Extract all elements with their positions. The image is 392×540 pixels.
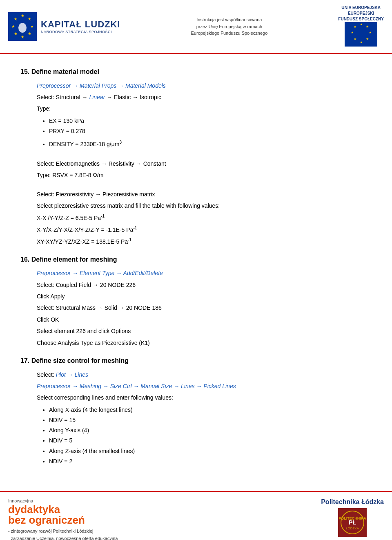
section-16-line6: Choose Analysis Type as Piezoresistive (… (37, 338, 372, 347)
section-15-line3: Select: Electromagnetics → Resistivity →… (37, 159, 372, 168)
header-center-line1: Instrukcja jest współfinansowana (196, 17, 262, 22)
logo-sub-text: NARODOWA STRATEGIA SPÓJNOŚCI (41, 30, 120, 34)
svg-text:★: ★ (21, 13, 24, 18)
section-17-line1: Select corresponding lines and enter fol… (37, 393, 372, 402)
footer-left: Innowacyjna dydaktyka bez ograniczeń - z… (8, 498, 118, 540)
header-center-line3: Europejskiego Funduszu Społecznego (191, 31, 268, 36)
section-15-line7: X-X /Y-Y/Z-Z = 6.5E-5 Pa-1 (37, 213, 372, 222)
footer-band: Innowacyjna dydaktyka bez ograniczeń - z… (0, 491, 392, 540)
list-item: PRXY = 0.278 (49, 126, 372, 136)
section-15-line8: X-Y/X-Z/Y-X/Z-X/Y-Z/Z-Y = -1.1E-5 Pa-1 (37, 225, 372, 234)
svg-point-9 (18, 23, 27, 33)
section-15-bullets2: DENSITY = 2330E-18 g/μm3 (49, 139, 372, 149)
svg-text:★: ★ (369, 31, 372, 34)
section-15-line6: Select piezoresistive stress matrix and … (37, 201, 372, 210)
svg-text:★: ★ (30, 24, 34, 29)
list-item: EX = 130 kPa (49, 116, 372, 126)
section-15-title: 15. Define material model (20, 67, 372, 77)
section-15-line4: Type: RSVX = 7.8E-8 Ω/m (37, 171, 372, 180)
section-15-line1: Select: Structural → Linear → Elastic → … (37, 93, 372, 102)
footer-bullet2: - zarządzanie Uczelnią, nowoczesna ofert… (8, 535, 118, 540)
footer-bullet1: - zintegrowany rozwój Politechniki Łódzk… (8, 528, 118, 535)
header-center: Instrukcja jest współfinansowana przez U… (191, 16, 268, 37)
list-item: Along Y-axis (4) (49, 425, 372, 436)
section-17-body: Select: Plot → Lines Preprocessor → Mesh… (37, 370, 372, 467)
list-item: NDIV = 2 (49, 456, 372, 467)
section-17-nav-link: Preprocessor → Meshing → Size Ctrl → Man… (37, 382, 372, 391)
politechnika-emblem-icon: POLITECHNIKA PŁ ŁÓDZKA (338, 508, 367, 537)
section-16-body: Preprocessor → Element Type → Add/Edit/D… (37, 269, 372, 347)
list-item: Along Z-axis (4 the smallest lines) (49, 446, 372, 456)
section-17-nav-plain: Select: Plot → Lines (37, 370, 372, 379)
section-15-line2: Type: (37, 104, 372, 113)
section-16-line2: Click Apply (37, 292, 372, 301)
svg-text:★: ★ (360, 40, 363, 44)
section-16-line4: Click OK (37, 315, 372, 324)
list-item: DENSITY = 2330E-18 g/μm3 (49, 139, 372, 149)
logo-text: KAPITAŁ LUDZKI NARODOWA STRATEGIA SPÓJNO… (41, 19, 120, 34)
section-17: 17. Define size control for meshing Sele… (20, 356, 372, 467)
footer-bez-ogranicz: bez ograniczeń (8, 515, 118, 525)
svg-text:★: ★ (14, 17, 18, 21)
svg-text:★: ★ (14, 31, 18, 36)
svg-text:ŁÓDZKA: ŁÓDZKA (346, 527, 359, 530)
section-15-nav: Preprocessor → Material Props → Material… (37, 81, 372, 90)
section-16-nav: Preprocessor → Element Type → Add/Edit/D… (37, 269, 372, 278)
ue-emblem-icon: ★ ★ ★ ★ ★ ★ ★ ★ (345, 22, 377, 47)
footer-right: Politechnika Łódzka POLITECHNIKA PŁ ŁÓDZ… (321, 498, 384, 537)
section-16-line5: Select element 226 and click Options (37, 327, 372, 336)
svg-text:★: ★ (28, 17, 31, 21)
politechnika-name: Politechnika Łódzka (321, 498, 384, 506)
section-16-line1: Select: Coupled Field → 20 NODE 226 (37, 280, 372, 289)
svg-text:★: ★ (354, 25, 356, 29)
svg-text:★: ★ (21, 35, 24, 39)
section-15-line9: XY-XY/YZ-YZ/XZ-XZ = 138.1E-5 Pa-1 (37, 237, 372, 246)
section-16-line3: Select: Structural Mass → Solid → 20 NOD… (37, 303, 372, 312)
svg-text:★: ★ (28, 31, 31, 36)
svg-text:★: ★ (360, 22, 363, 26)
eu-logo-icon: ★ ★ ★ ★ ★ ★ ★ ★ (8, 12, 37, 41)
svg-text:★: ★ (366, 37, 369, 41)
section-16: 16. Define element for meshing Preproces… (20, 254, 372, 347)
section-17-title: 17. Define size control for meshing (20, 356, 372, 366)
section-17-bullets: Along X-axis (4 the longest lines) NDIV … (49, 405, 372, 467)
svg-text:PŁ: PŁ (349, 519, 356, 526)
main-content: 15. Define material model Preprocessor →… (0, 54, 392, 483)
header: ★ ★ ★ ★ ★ ★ ★ ★ KAPITAŁ LUDZKI NARODOWA … (0, 0, 392, 54)
svg-text:★: ★ (351, 31, 354, 34)
footer-bullets: - zintegrowany rozwój Politechniki Łódzk… (8, 528, 118, 540)
svg-text:★: ★ (11, 24, 15, 29)
logo-main-text: KAPITAŁ LUDZKI (41, 19, 120, 30)
ue-title: UNIA EUROPEJSKA EUROPEJSKI FUNDUSZ SPOŁE… (338, 5, 384, 22)
header-center-line2: przez Unię Europejską w ramach (196, 24, 262, 29)
section-16-title: 16. Define element for meshing (20, 254, 372, 265)
section-15: 15. Define material model Preprocessor →… (20, 67, 372, 246)
section-15-body: Preprocessor → Material Props → Material… (37, 81, 372, 246)
svg-text:★: ★ (354, 37, 356, 41)
footer-dydaktyka: dydaktyka (8, 504, 118, 515)
list-item: NDIV = 5 (49, 436, 372, 446)
header-left: ★ ★ ★ ★ ★ ★ ★ ★ KAPITAŁ LUDZKI NARODOWA … (8, 12, 120, 41)
footer-innowacyjna: Innowacyjna (8, 498, 118, 503)
section-15-bullets: EX = 130 kPa PRXY = 0.278 (49, 116, 372, 136)
section-15-line5: Select: Piezoresistivity → Piezoresistiv… (37, 190, 372, 199)
svg-text:★: ★ (366, 25, 369, 29)
list-item: Along X-axis (4 the longest lines) (49, 405, 372, 415)
list-item: NDIV = 15 (49, 415, 372, 425)
header-right: UNIA EUROPEJSKA EUROPEJSKI FUNDUSZ SPOŁE… (338, 5, 384, 48)
